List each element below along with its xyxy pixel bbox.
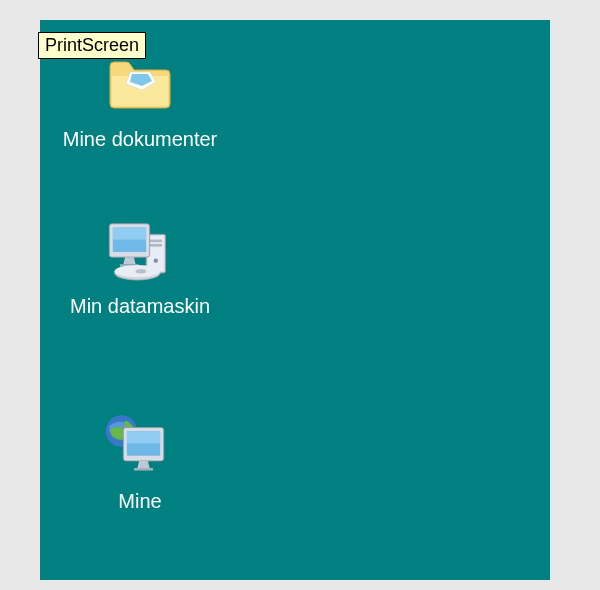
icon-label: Min datamaskin [40,295,240,318]
svg-rect-15 [127,431,160,443]
tooltip: PrintScreen [38,32,146,59]
svg-rect-2 [150,240,162,243]
desktop-icon-my-computer[interactable]: Min datamaskin [40,215,240,318]
tooltip-text: PrintScreen [45,35,139,55]
svg-rect-16 [134,468,153,471]
desktop-background[interactable]: Mine dokumenter Min datamaskin [40,20,550,580]
network-icon [104,410,176,482]
svg-rect-3 [150,244,162,247]
desktop-icon-my-documents[interactable]: Mine dokumenter [40,48,240,151]
svg-point-4 [154,258,158,262]
computer-icon [104,215,176,287]
desktop-icon-my-network[interactable]: Mine [40,410,240,513]
icon-label: Mine [40,490,240,513]
svg-rect-7 [113,227,146,239]
icon-label: Mine dokumenter [40,128,240,151]
svg-point-11 [136,269,147,273]
